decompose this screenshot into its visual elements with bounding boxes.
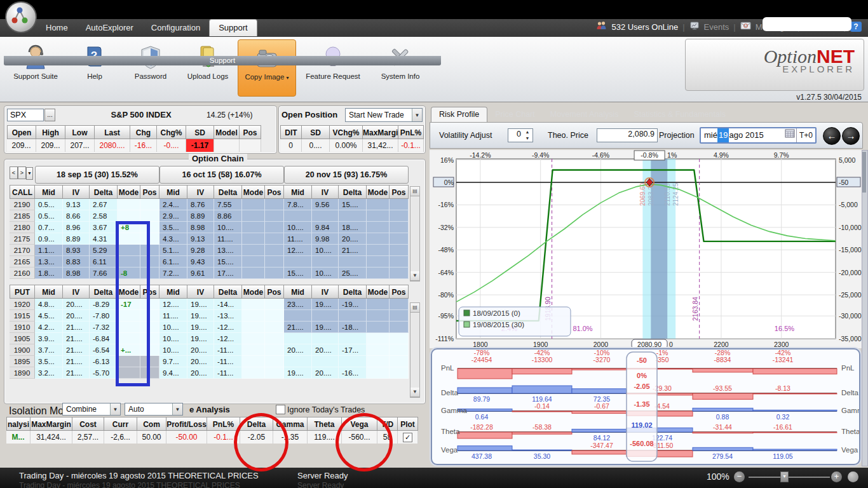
chain-cell[interactable]: 3.7... xyxy=(35,344,63,356)
fit-view-button[interactable] xyxy=(848,471,858,482)
analysis-column-header[interactable]: Cost xyxy=(72,417,104,431)
messages-icon[interactable] xyxy=(740,22,751,32)
chain-cell[interactable] xyxy=(242,199,265,210)
chain-column-header[interactable]: Pos xyxy=(390,285,409,299)
chain-cell[interactable]: 9.98 xyxy=(312,233,339,245)
chain-cell[interactable]: 19.... xyxy=(312,299,339,310)
help-badge-icon[interactable]: ? xyxy=(850,22,862,32)
chain-cell[interactable]: 7.55 xyxy=(214,199,242,210)
chain-cell[interactable]: 6.1... xyxy=(159,256,187,268)
chain-cell[interactable]: 10.... xyxy=(284,222,312,233)
chain-column-header[interactable]: Mode xyxy=(242,285,265,299)
chain-column-header[interactable]: Mid xyxy=(35,185,63,199)
chain-cell[interactable] xyxy=(390,356,409,367)
strike-label[interactable]: 1915 xyxy=(10,310,35,322)
chain-column-header[interactable]: Delta xyxy=(90,285,118,299)
chain-cell[interactable] xyxy=(242,299,265,310)
chain-cell[interactable] xyxy=(242,210,265,222)
chain-cell[interactable]: 5.29 xyxy=(90,245,118,256)
chain-cell[interactable] xyxy=(390,322,409,333)
ribbon-button-feature-request[interactable]: Feature Request xyxy=(297,39,369,95)
chain-cell[interactable] xyxy=(367,233,390,245)
chain-column-header[interactable]: IV xyxy=(312,285,339,299)
chain-cell[interactable]: 21.... xyxy=(63,356,90,367)
chain-cell[interactable] xyxy=(339,210,367,222)
projection-date-field[interactable]: mié 19 ago 2015 T+0 xyxy=(700,127,817,144)
ribbon-button-password[interactable]: Password xyxy=(123,39,178,95)
chain-cell[interactable]: -11... xyxy=(214,344,242,356)
chain-cell[interactable]: 3.67 xyxy=(90,222,118,233)
analysis-column-header[interactable]: Plot xyxy=(398,417,418,431)
chain-cell[interactable]: -5.70 xyxy=(90,367,118,379)
chain-column-header[interactable]: Pos xyxy=(265,285,284,299)
chain-cell[interactable] xyxy=(367,344,390,356)
chain-cell[interactable]: 0.7... xyxy=(35,222,63,233)
chain-cell[interactable] xyxy=(284,256,312,268)
chain-cell[interactable]: 11.... xyxy=(284,233,312,245)
events-icon[interactable] xyxy=(689,21,700,32)
chain-cell[interactable]: 11.... xyxy=(159,310,187,322)
chain-cell[interactable]: 21.... xyxy=(339,245,367,256)
chain-column-header[interactable]: IV xyxy=(312,185,339,199)
chain-cell[interactable]: 4.2... xyxy=(35,322,63,333)
chain-cell[interactable] xyxy=(390,210,409,222)
chain-cell[interactable]: 20.... xyxy=(312,344,339,356)
chain-cell[interactable] xyxy=(265,245,284,256)
chain-cell[interactable]: -18... xyxy=(339,322,367,333)
analysis-column-header[interactable]: PnL% xyxy=(207,417,240,431)
chain-cell[interactable]: 10.... xyxy=(214,222,242,233)
chain-cell[interactable]: 10.... xyxy=(159,333,187,344)
chain-cell[interactable] xyxy=(367,222,390,233)
chain-cell[interactable] xyxy=(390,333,409,344)
chain-cell[interactable] xyxy=(118,199,140,210)
chain-cell[interactable] xyxy=(367,256,390,268)
chain-cell[interactable]: 21.... xyxy=(284,322,312,333)
chain-cell[interactable] xyxy=(390,199,409,210)
chain-cell[interactable]: 8.89 xyxy=(187,210,214,222)
chain-cell[interactable] xyxy=(265,322,284,333)
chain-column-header[interactable]: Delta xyxy=(90,185,118,199)
chain-cell[interactable]: 20.... xyxy=(187,344,214,356)
chain-column-header[interactable]: Pos xyxy=(265,185,284,199)
chain-cell[interactable]: -12... xyxy=(214,322,242,333)
chain-cell[interactable]: 8.83 xyxy=(63,256,90,268)
projection-prev-button[interactable]: ← xyxy=(823,127,841,145)
chain-cell[interactable] xyxy=(265,222,284,233)
chain-cell[interactable]: 4.3... xyxy=(159,233,187,245)
chain-cell[interactable]: 20.... xyxy=(63,310,90,322)
chain-cell[interactable]: 7.2... xyxy=(159,268,187,279)
chain-cell[interactable]: 2.58 xyxy=(90,210,118,222)
chain-cell[interactable]: 20.... xyxy=(312,367,339,379)
chain-cell[interactable]: -7.32 xyxy=(90,322,118,333)
chain-cell[interactable]: 19.... xyxy=(187,299,214,310)
chain-cell[interactable]: 7.66 xyxy=(90,268,118,279)
chain-column-header[interactable]: Mode xyxy=(118,185,140,199)
chain-cell[interactable]: 1.3... xyxy=(35,256,63,268)
strike-label[interactable]: 2175 xyxy=(10,233,35,245)
column-header[interactable]: VChg% xyxy=(330,125,363,139)
chain-cell[interactable]: 0.5... xyxy=(35,199,63,210)
chain-cell[interactable] xyxy=(284,310,312,322)
chain-cell[interactable] xyxy=(312,310,339,322)
chain-cell[interactable] xyxy=(390,245,409,256)
chain-cell[interactable]: 7.8... xyxy=(284,199,312,210)
chain-cell[interactable]: 4.31 xyxy=(90,233,118,245)
chain-cell[interactable]: 12.... xyxy=(159,299,187,310)
chain-cell[interactable]: 17.... xyxy=(214,268,242,279)
chain-cell[interactable]: -6.84 xyxy=(90,333,118,344)
strike-label[interactable]: 2160 xyxy=(10,268,35,279)
chain-cell[interactable]: 8.76 xyxy=(187,199,214,210)
chain-cell[interactable] xyxy=(242,268,265,279)
tab-statistics-fundamentals[interactable]: Statistics & Fundamentals xyxy=(626,107,733,122)
chain-cell[interactable]: -11... xyxy=(214,367,242,379)
chain-cell[interactable] xyxy=(284,210,312,222)
chain-cell[interactable] xyxy=(140,210,159,222)
chain-cell[interactable]: 21.... xyxy=(63,344,90,356)
chain-cell[interactable]: -11... xyxy=(214,356,242,367)
chain-cell[interactable] xyxy=(390,367,409,379)
chain-cell[interactable] xyxy=(242,233,265,245)
chain-cell[interactable]: 9.7... xyxy=(159,356,187,367)
chain-column-header[interactable]: Mid xyxy=(284,185,312,199)
chain-cell[interactable] xyxy=(140,199,159,210)
chain-column-header[interactable]: Mid xyxy=(35,285,63,299)
